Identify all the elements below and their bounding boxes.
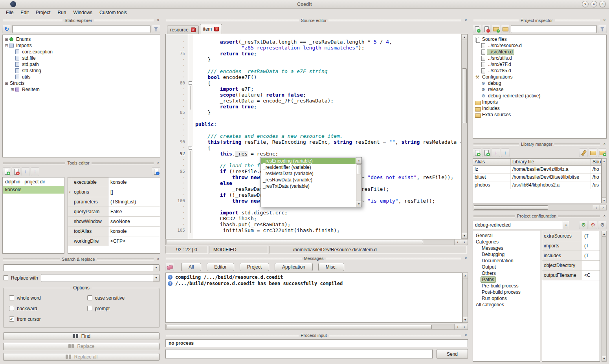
code-line[interactable]: · /// creates and encodes a new resource… <box>166 133 461 139</box>
completion-item[interactable]: _resMetaData (variable) <box>261 170 356 177</box>
scroll-thumb[interactable] <box>167 240 423 244</box>
config-category-item[interactable]: Debugging <box>473 251 540 258</box>
filter-misc[interactable]: Misc. <box>318 263 344 271</box>
option-whole-word[interactable]: whole word <box>9 295 86 301</box>
close-tab-icon[interactable]: × <box>191 27 196 32</box>
code-line[interactable]: · <box>166 127 461 133</box>
library-column-header[interactable]: Alias <box>473 159 511 165</box>
scroll-track[interactable] <box>473 205 593 210</box>
code-line[interactable]: · } <box>166 57 461 62</box>
scroll-left-icon[interactable]: ‹ <box>593 205 600 210</box>
code-line[interactable]: · import e7F; <box>166 86 461 92</box>
add-configuration-button[interactable]: ⚙ <box>598 221 607 229</box>
remove-source-button[interactable] <box>482 25 491 33</box>
project-tree-item[interactable]: ../src/e7F.d <box>473 61 606 68</box>
menu-file[interactable]: File <box>2 9 17 16</box>
menu-windows[interactable]: Windows <box>70 9 96 16</box>
replace-with-checkbox[interactable] <box>3 275 8 280</box>
scroll-track[interactable] <box>166 240 454 245</box>
project-tree-item[interactable]: ⚒Configurations <box>473 74 606 80</box>
config-vertical-scrollbar[interactable]: ▲ ▼ <box>602 231 607 362</box>
property-value[interactable]: (T <box>582 251 600 260</box>
add-library-button[interactable] <box>473 148 481 157</box>
code-line[interactable]: · scope(failure) return false; <box>166 92 461 98</box>
editor-tab-resource[interactable]: resource× <box>167 26 199 34</box>
plus-expander-icon[interactable]: ⊞ <box>4 37 9 42</box>
scroll-right-icon[interactable]: › <box>600 205 606 210</box>
scroll-track[interactable] <box>356 164 361 201</box>
scroll-down-icon[interactable]: ▼ <box>356 201 361 207</box>
code-line[interactable]: · import std.digest.crc; <box>166 210 461 216</box>
scroll-track[interactable] <box>463 278 468 317</box>
add-tool-button[interactable] <box>2 167 11 176</box>
symbol-tree-item[interactable]: ⊞ResItem <box>3 86 160 93</box>
symbol-search-input[interactable] <box>12 25 150 33</box>
property-value[interactable]: <CFP> <box>108 236 160 246</box>
property-value[interactable]: (T <box>582 231 600 241</box>
close-tab-icon[interactable]: × <box>214 27 219 31</box>
project-tree-item[interactable]: ../src/resource.d <box>473 42 606 49</box>
move-library-down-button[interactable]: ↓ <box>492 148 500 157</box>
move-tool-down-button[interactable]: ↓ <box>21 167 30 176</box>
configuration-select[interactable]: debug-redirected ▾ <box>473 221 569 229</box>
scroll-track[interactable] <box>602 164 606 198</box>
code-line[interactable]: · _resTxtData = encode_7F(_resRawData); <box>166 98 461 104</box>
minimize-button[interactable]: ∨ <box>582 1 589 7</box>
fold-collapse-icon[interactable]: − <box>189 81 192 85</box>
tool-item[interactable]: konsole <box>3 186 64 194</box>
property-value[interactable]: (TStringList) <box>108 197 160 207</box>
open-source-folder-button[interactable] <box>501 25 510 33</box>
library-row[interactable]: phobos/usr/lib64/libphobos2.a/us <box>473 181 601 189</box>
filter-all[interactable]: All <box>181 263 201 271</box>
library-column-header[interactable]: Library file <box>511 159 591 165</box>
library-vertical-scrollbar[interactable]: ▲ ▼ <box>602 158 607 203</box>
remove-configuration-button[interactable]: ⚙ <box>589 221 597 229</box>
scroll-thumb[interactable] <box>167 325 432 329</box>
plus-expander-icon[interactable]: ⊞ <box>4 81 9 86</box>
filter-editor[interactable]: Editor <box>207 263 234 271</box>
close-panel-icon[interactable]: × <box>602 18 607 23</box>
close-button[interactable]: × <box>599 1 606 7</box>
minus-expander-icon[interactable]: ⊟ <box>4 44 9 48</box>
symbol-tree-item[interactable]: std.path <box>3 61 160 68</box>
close-panel-icon[interactable]: × <box>156 18 161 23</box>
project-tree-item[interactable]: Source files <box>473 36 606 42</box>
plus-expander-icon[interactable]: ⊞ <box>10 88 15 92</box>
filter-symbols-button[interactable] <box>152 25 160 33</box>
code-line[interactable]: · ihash.put(_resRawData); <box>166 221 461 227</box>
project-tree-item[interactable]: Includes <box>473 105 606 112</box>
message-item[interactable]: icompiling /.../build/resource.d.coedit <box>166 274 462 280</box>
property-value[interactable]: [] <box>108 187 160 197</box>
library-row[interactable]: bitset/home/basile/Dev/Bitset/lib/bitse/… <box>473 174 601 181</box>
search-term-select[interactable]: ▾ <box>3 264 160 271</box>
code-line[interactable]: · assert(_resTxtData.length == _resRawDa… <box>166 39 461 45</box>
messages-list[interactable]: icompiling /.../build/resource.d.coediti… <box>165 273 462 323</box>
property-value[interactable]: konsole <box>108 177 160 187</box>
scroll-right-icon[interactable]: › <box>461 324 468 329</box>
scroll-down-icon[interactable]: ▼ <box>462 233 467 238</box>
scroll-left-icon[interactable]: ‹ <box>454 240 461 245</box>
edit-library-button[interactable] <box>579 148 588 157</box>
config-category-item[interactable]: Paths <box>473 276 540 283</box>
code-line[interactable]: 75 return true; <box>166 51 461 57</box>
completion-item[interactable]: _resEncoding (variable) <box>261 158 356 164</box>
move-tool-up-button[interactable]: ↑ <box>31 167 39 176</box>
completion-item[interactable]: _resRawData (variable) <box>261 177 356 183</box>
refresh-symbols-button[interactable]: ↻ <box>2 25 11 33</box>
replace-with-select[interactable]: ▾ <box>41 274 160 282</box>
add-source-button[interactable] <box>473 25 481 33</box>
code-lines[interactable]: · assert(_resTxtData.length == _resRawDa… <box>166 34 461 239</box>
project-tree-item[interactable]: ../src/z85.d <box>473 68 606 74</box>
config-category-item[interactable]: Others <box>473 270 540 276</box>
completion-scrollbar[interactable]: ▲ ▼ <box>356 157 361 207</box>
project-tree-item[interactable]: ⚙debug-redirected (active) <box>473 93 606 99</box>
property-value[interactable]: swoNone <box>108 217 160 226</box>
filter-application[interactable]: Application <box>275 263 313 271</box>
move-library-up-button[interactable]: ↑ <box>501 148 510 157</box>
scroll-up-icon[interactable]: ▲ <box>356 157 361 164</box>
scroll-down-icon[interactable]: ▼ <box>602 356 606 361</box>
symbol-tree-item[interactable]: ⊞Enums <box>3 36 160 42</box>
config-category-item[interactable]: Post-build process <box>473 289 540 295</box>
scroll-thumb[interactable] <box>357 164 361 174</box>
code-line[interactable]: · return true; <box>166 104 461 110</box>
